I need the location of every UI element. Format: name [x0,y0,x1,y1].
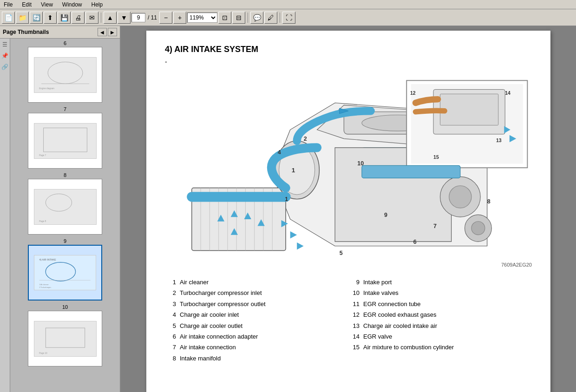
svg-text:Page 8: Page 8 [39,220,46,222]
svg-text:1 Air cleaner: 1 Air cleaner [39,284,49,286]
thumbnail-8-frame[interactable]: Page 8 [28,179,102,235]
refresh-button[interactable]: 🔄 [30,12,43,24]
svg-text:14: 14 [505,90,511,96]
doc-dash: - [165,58,532,65]
email-button[interactable]: ✉ [85,12,98,24]
legend-text-9: Intake port [363,277,532,287]
thumbnail-9[interactable]: 9 4) AIR INTAKE 1 Air cleaner 2 T [12,238,118,301]
panel-prev-btn[interactable]: ◀ [98,28,107,36]
zoom-select[interactable]: 50% 75% 100% 119% 150% 200% [187,13,217,23]
legend-num-9: 9 [348,277,360,287]
svg-text:Page 10: Page 10 [39,352,47,354]
legend-num-13: 13 [348,320,360,331]
svg-text:6: 6 [413,239,417,245]
zoom-in-button[interactable]: + [173,12,186,24]
egr-inset: 12 14 13 15 [406,80,527,168]
page-number-input[interactable] [131,13,145,22]
thumbnail-7[interactable]: 7 Page 7 [12,106,118,169]
legend-num-4: 4 [165,309,176,320]
new-button[interactable]: 📄 [2,12,15,24]
legend-row-13: 13 Charge air cooled intake air [348,320,532,331]
legend-num-2: 2 [165,287,176,298]
legend-text-11: EGR connection tube [363,299,532,309]
legend-text-7: Air intake connection [180,342,348,353]
thumbnail-9-frame[interactable]: 4) AIR INTAKE 1 Air cleaner 2 Turbocharg… [28,245,102,301]
prev-page-button[interactable]: ▲ [104,12,117,24]
legend-num-3: 3 [165,299,176,309]
legend-text-4: Charge air cooler inlet [180,309,348,320]
content-area[interactable]: 4) AIR INTAKE SYSTEM - [121,26,576,392]
panel-next-btn[interactable]: ▶ [108,28,117,36]
page-document: 4) AIR INTAKE SYSTEM - [146,31,550,392]
highlight-button[interactable]: 🖊 [264,12,277,24]
svg-text:8: 8 [487,198,491,205]
thumbnail-8-label: 8 [64,172,66,178]
fit-width-button[interactable]: ⊟ [232,12,245,24]
legend-col-right: 9 Intake port 10 Intake valves 11 EGR co… [348,277,532,364]
thumbnail-10-frame[interactable]: Page 10 [28,311,102,366]
thumbnail-8[interactable]: 8 Page 8 [12,172,118,235]
legend-num-11: 11 [348,299,360,309]
thumbnail-10[interactable]: 10 Page 10 [12,304,118,366]
zoom-out-button[interactable]: − [159,12,172,24]
fullscreen-button[interactable]: ⛶ [282,12,295,24]
thumbnail-6-label: 6 [64,40,66,46]
side-icon-2[interactable]: 📌 [1,52,9,60]
comment-button[interactable]: 💬 [250,12,263,24]
menu-window[interactable]: Window [60,1,84,8]
legend-row-7: 7 Air intake connection [165,342,348,353]
svg-text:1: 1 [292,167,295,174]
svg-text:2: 2 [304,136,307,142]
menu-file[interactable]: File [2,1,14,8]
thumbnail-10-label: 10 [62,304,68,310]
side-icons: ☰ 📌 🔗 [0,39,10,392]
legend-table: 1 Air cleaner 2 Turbocharger compressor … [165,277,532,364]
side-icon-1[interactable]: ☰ [1,40,9,49]
next-page-button[interactable]: ▼ [118,12,131,24]
menu-edit[interactable]: Edit [20,1,33,8]
svg-text:4) AIR INTAKE: 4) AIR INTAKE [39,258,57,261]
thumb-10-img: Page 10 [34,321,97,357]
thumbnail-7-frame[interactable]: Page 7 [28,113,102,169]
page-total: / 11 [148,14,157,21]
thumbnail-9-label: 9 [64,238,66,244]
legend-row-1: 1 Air cleaner [165,277,348,287]
svg-text:4: 4 [278,149,281,156]
legend-row-6: 6 Air intake connection adapter [165,331,348,342]
svg-text:12: 12 [410,90,416,96]
svg-rect-66 [440,94,498,125]
legend-num-12: 12 [348,309,360,320]
legend-text-8: Intake manifold [180,353,348,364]
legend-row-3: 3 Turbocharger compressor outlet [165,299,348,309]
thumbnail-6-frame[interactable]: Engine diagram [28,47,102,103]
legend-text-6: Air intake connection adapter [180,331,348,342]
menu-view[interactable]: View [39,1,55,8]
legend-row-9: 9 Intake port [348,277,532,287]
legend-num-10: 10 [348,287,360,298]
main-area: Page Thumbnails ◀ ▶ ☰ 📌 🔗 6 [0,26,576,392]
legend-num-6: 6 [165,331,176,342]
side-icon-3[interactable]: 🔗 [1,63,9,71]
svg-text:2 Turbocharger...: 2 Turbocharger... [39,287,52,288]
legend-text-10: Intake valves [363,287,532,298]
legend-col-left: 1 Air cleaner 2 Turbocharger compressor … [165,277,348,364]
legend-row-11: 11 EGR connection tube [348,299,532,309]
thumbnail-6[interactable]: 6 Engine diagram [12,40,118,103]
print-button[interactable]: 🖨 [72,12,85,24]
open-button[interactable]: 📁 [16,12,29,24]
svg-text:15: 15 [433,154,439,160]
upload-button[interactable]: ⬆ [44,12,57,24]
legend-num-15: 15 [348,342,360,353]
legend-row-8: 8 Intake manifold [165,353,348,364]
menu-help[interactable]: Help [90,1,105,8]
fit-page-button[interactable]: ⊡ [218,12,231,24]
legend-text-2: Turbocharger compressor inlet [180,287,348,298]
svg-text:1: 1 [285,196,288,203]
save-button[interactable]: 💾 [58,12,71,24]
diagram-credit: 7609A2EG20 [501,262,532,268]
doc-title: 4) AIR INTAKE SYSTEM [165,45,532,54]
svg-point-27 [449,186,471,208]
legend-num-5: 5 [165,320,176,331]
thumbnail-list[interactable]: 6 Engine diagram [10,39,120,392]
legend-num-8: 8 [165,353,176,364]
